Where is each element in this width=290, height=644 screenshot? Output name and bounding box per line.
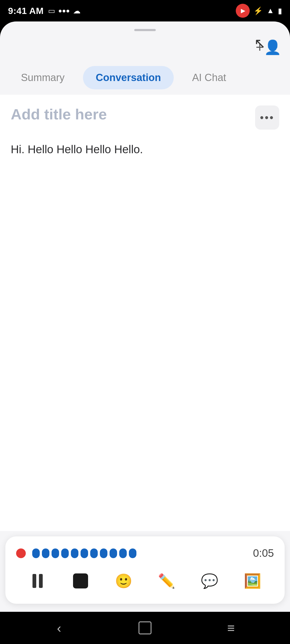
wave-bar-2: [42, 548, 49, 558]
bluetooth-icon: ⚡: [253, 6, 263, 15]
status-left: 9:41 AM ▭ ●●● ☁: [8, 6, 81, 16]
signal-icon: ●●●: [58, 7, 70, 14]
recording-status: 0:05: [16, 547, 274, 559]
screen-icon: ▭: [48, 6, 55, 15]
more-options-icon: •••: [260, 112, 274, 124]
pause-button[interactable]: [26, 569, 50, 593]
tab-conversation[interactable]: Conversation: [83, 66, 174, 89]
wave-bar-9: [110, 548, 117, 558]
stop-icon: [73, 573, 88, 588]
app-container: ↖ +👤 Summary Conversation AI Chat Add ti…: [0, 21, 290, 644]
tab-aichat[interactable]: AI Chat: [179, 66, 239, 89]
cursor-icon: ↖: [254, 35, 266, 51]
recording-panel: 0:05 🙂 ✏️ 💬 🖼️: [5, 536, 285, 604]
status-bar: 9:41 AM ▭ ●●● ☁ ▶ ⚡ ▲ ▮: [0, 0, 290, 21]
handle-bar[interactable]: [0, 21, 290, 34]
conversation-content: Hi. Hello Hello Hello Hello.: [11, 140, 279, 158]
nav-menu-button[interactable]: ≡: [220, 617, 242, 639]
rec-indicator: ▶: [236, 4, 250, 18]
emoji-icon: 🙂: [115, 573, 132, 589]
photo-icon: 🖼️: [244, 573, 261, 589]
wave-bar-7: [90, 548, 98, 558]
wave-bar-3: [52, 548, 59, 558]
recording-dot: [16, 548, 26, 558]
tab-summary[interactable]: Summary: [8, 66, 78, 89]
status-time: 9:41 AM: [8, 6, 44, 16]
home-icon: [139, 621, 151, 634]
waveform: [32, 548, 242, 558]
wave-bar-10: [119, 548, 127, 558]
chat-icon: 💬: [201, 573, 218, 589]
marker-button[interactable]: ✏️: [154, 569, 179, 593]
content-header: Add title here •••: [11, 105, 279, 130]
rec-label: ▶: [241, 8, 245, 14]
wave-bar-4: [61, 548, 69, 558]
controls-row: 🙂 ✏️ 💬 🖼️: [16, 569, 274, 593]
wave-bar-5: [71, 548, 78, 558]
status-icons-left: ▭ ●●● ☁: [48, 6, 81, 15]
marker-icon: ✏️: [158, 573, 175, 589]
nav-home-button[interactable]: [134, 617, 156, 639]
chat-button[interactable]: 💬: [197, 569, 222, 593]
wave-bar-11: [129, 548, 136, 558]
status-icons-right: ▶ ⚡ ▲ ▮: [236, 4, 282, 18]
menu-icon: ≡: [227, 621, 235, 635]
pause-icon: [32, 574, 43, 588]
wave-bar-6: [81, 548, 88, 558]
wave-bar-8: [100, 548, 107, 558]
note-title[interactable]: Add title here: [11, 105, 250, 123]
drag-handle[interactable]: [134, 29, 156, 31]
wifi-icon: ▲: [267, 6, 274, 15]
cloud-icon: ☁: [73, 6, 81, 15]
emoji-button[interactable]: 🙂: [111, 569, 136, 593]
photo-button[interactable]: 🖼️: [240, 569, 264, 593]
content-area: Add title here ••• Hi. Hello Hello Hello…: [0, 95, 290, 531]
nav-bar: ‹ ≡: [0, 612, 290, 644]
recording-time: 0:05: [253, 547, 274, 559]
top-bar: ↖ +👤: [0, 34, 290, 61]
back-icon: ‹: [57, 621, 61, 635]
stop-button[interactable]: [68, 569, 93, 593]
nav-back-button[interactable]: ‹: [48, 617, 70, 639]
more-options-button[interactable]: •••: [255, 105, 279, 130]
tabs-container: Summary Conversation AI Chat: [0, 61, 290, 95]
wave-bar-1: [32, 548, 40, 558]
battery-icon: ▮: [278, 6, 282, 15]
